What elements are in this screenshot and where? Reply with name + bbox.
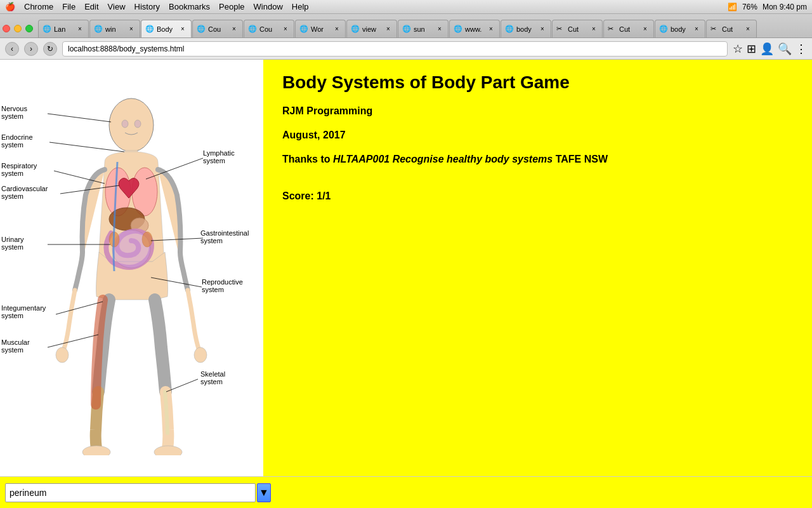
- tab-favicon-11: ✂: [608, 25, 617, 34]
- tab-13[interactable]: ✂ Cut ×: [706, 20, 757, 37]
- thanks-text: Thanks to HLTAAP001 Recognise healthy bo…: [282, 154, 793, 165]
- tab-close-10[interactable]: ×: [589, 25, 598, 34]
- address-bar: ‹ › ↻ localhost:8888/body_systems.html ☆…: [0, 38, 812, 60]
- menu-help[interactable]: Help: [292, 2, 309, 11]
- back-button[interactable]: ‹: [5, 42, 19, 56]
- author-text: RJM Programming: [282, 105, 793, 117]
- tab-close-1[interactable]: ×: [127, 25, 136, 34]
- close-button[interactable]: [3, 25, 10, 32]
- tab-12[interactable]: 🌐 body ×: [655, 20, 705, 37]
- tab-close-2[interactable]: ×: [178, 25, 187, 34]
- answer-input[interactable]: [5, 483, 256, 502]
- tab-label-5: Wor: [311, 25, 330, 33]
- thanks-prefix: Thanks to: [282, 154, 333, 164]
- svg-text:Reproductive: Reproductive: [202, 278, 243, 286]
- menu-chrome[interactable]: Chrome: [24, 2, 53, 11]
- tab-close-8[interactable]: ×: [487, 25, 495, 34]
- tab-label-2: Body: [157, 25, 176, 33]
- tab-close-11[interactable]: ×: [641, 25, 650, 34]
- tab-favicon-5: 🌐: [299, 25, 308, 34]
- clock: Mon 9:40 pm: [763, 3, 807, 11]
- url-text: localhost:8888/body_systems.html: [68, 44, 184, 53]
- tab-close-6[interactable]: ×: [384, 25, 393, 34]
- menu-file[interactable]: File: [62, 2, 75, 11]
- tab-close-7[interactable]: ×: [435, 25, 444, 34]
- tab-close-9[interactable]: ×: [538, 25, 547, 34]
- menu-people[interactable]: People: [219, 2, 244, 11]
- tab-label-0: Lan: [54, 25, 73, 33]
- tab-favicon-3: 🌐: [197, 25, 206, 34]
- url-bar[interactable]: localhost:8888/body_systems.html: [62, 41, 728, 57]
- tab-label-4: Cou: [259, 25, 278, 33]
- tab-9[interactable]: 🌐 body ×: [501, 20, 551, 37]
- svg-text:Endocrine: Endocrine: [1, 133, 33, 141]
- svg-text:system: system: [202, 286, 224, 293]
- profile-icon[interactable]: 👤: [760, 42, 774, 56]
- menu-history[interactable]: History: [134, 2, 160, 11]
- tab-10[interactable]: ✂ Cut ×: [552, 20, 603, 37]
- svg-text:Integumentary: Integumentary: [1, 304, 46, 312]
- tab-8[interactable]: 🌐 www. ×: [449, 20, 500, 37]
- tab-label-8: www.: [465, 25, 484, 33]
- tab-favicon-2: 🌐: [145, 25, 154, 34]
- tab-0[interactable]: 🌐 Lan ×: [38, 20, 89, 37]
- menu-window[interactable]: Window: [254, 2, 283, 11]
- tab-favicon-12: 🌐: [659, 25, 668, 34]
- tab-7[interactable]: 🌐 sun ×: [398, 20, 449, 37]
- tab-close-4[interactable]: ×: [281, 25, 290, 34]
- tab-bar: 🌐 Lan × 🌐 win × 🌐 Body × 🌐 Cou × 🌐 Cou ×…: [0, 14, 812, 38]
- svg-text:Nervous: Nervous: [1, 105, 27, 112]
- tab-close-12[interactable]: ×: [692, 25, 701, 34]
- refresh-button[interactable]: ↻: [43, 42, 57, 56]
- svg-text:system: system: [1, 346, 23, 354]
- traffic-lights: [3, 25, 33, 32]
- tabs-container: 🌐 Lan × 🌐 win × 🌐 Body × 🌐 Cou × 🌐 Cou ×…: [38, 20, 809, 37]
- tab-4[interactable]: 🌐 Cou ×: [244, 20, 294, 37]
- forward-button[interactable]: ›: [24, 42, 38, 56]
- tab-5[interactable]: 🌐 Wor ×: [295, 20, 346, 37]
- svg-point-15: [142, 232, 152, 247]
- svg-text:Lymphatic: Lymphatic: [203, 149, 235, 157]
- tab-11[interactable]: ✂ Cut ×: [603, 20, 654, 37]
- thanks-suffix: TAFE NSW: [553, 154, 608, 164]
- svg-point-6: [194, 347, 207, 363]
- tab-2-active[interactable]: 🌐 Body ×: [141, 20, 192, 37]
- tab-1[interactable]: 🌐 win ×: [89, 20, 140, 37]
- submit-button[interactable]: ▼: [257, 483, 271, 502]
- tab-favicon-7: 🌐: [402, 25, 411, 34]
- menu-bookmarks[interactable]: Bookmarks: [169, 2, 210, 11]
- menu-icon[interactable]: ⋮: [796, 42, 807, 56]
- tab-close-13[interactable]: ×: [743, 25, 752, 34]
- svg-text:Gastrointestinal: Gastrointestinal: [200, 229, 249, 237]
- tab-label-13: Cut: [722, 25, 741, 33]
- svg-text:system: system: [203, 157, 225, 164]
- search-icon[interactable]: 🔍: [778, 42, 792, 56]
- apple-menu[interactable]: 🍎: [5, 2, 15, 11]
- minimize-button[interactable]: [14, 25, 22, 32]
- svg-text:Respiratory: Respiratory: [1, 162, 37, 170]
- tab-label-10: Cut: [568, 25, 587, 33]
- maximize-button[interactable]: [25, 25, 33, 32]
- tab-favicon-6: 🌐: [351, 25, 360, 34]
- tab-3[interactable]: 🌐 Cou ×: [192, 20, 243, 37]
- tab-6[interactable]: 🌐 view ×: [346, 20, 397, 37]
- svg-text:system: system: [1, 141, 23, 149]
- svg-text:system: system: [1, 112, 23, 120]
- menu-view[interactable]: View: [108, 2, 126, 11]
- menu-edit[interactable]: Edit: [84, 2, 98, 11]
- tab-label-9: body: [516, 25, 535, 33]
- tab-close-0[interactable]: ×: [75, 25, 84, 34]
- tab-close-5[interactable]: ×: [332, 25, 341, 34]
- bookmark-star[interactable]: ☆: [733, 42, 743, 56]
- svg-text:Muscular: Muscular: [1, 338, 30, 346]
- svg-text:Cardiovascular: Cardiovascular: [1, 185, 48, 192]
- tab-favicon-8: 🌐: [454, 25, 462, 34]
- tab-favicon-13: ✂: [710, 25, 719, 34]
- svg-text:system: system: [1, 243, 23, 251]
- extensions-icon[interactable]: ⊞: [747, 42, 756, 56]
- thanks-italic: HLTAAP001 Recognise healthy body systems: [333, 154, 553, 164]
- svg-text:system: system: [1, 192, 23, 200]
- tab-close-3[interactable]: ×: [230, 25, 239, 34]
- wifi-icon: 📶: [728, 3, 737, 11]
- svg-text:system: system: [200, 237, 223, 244]
